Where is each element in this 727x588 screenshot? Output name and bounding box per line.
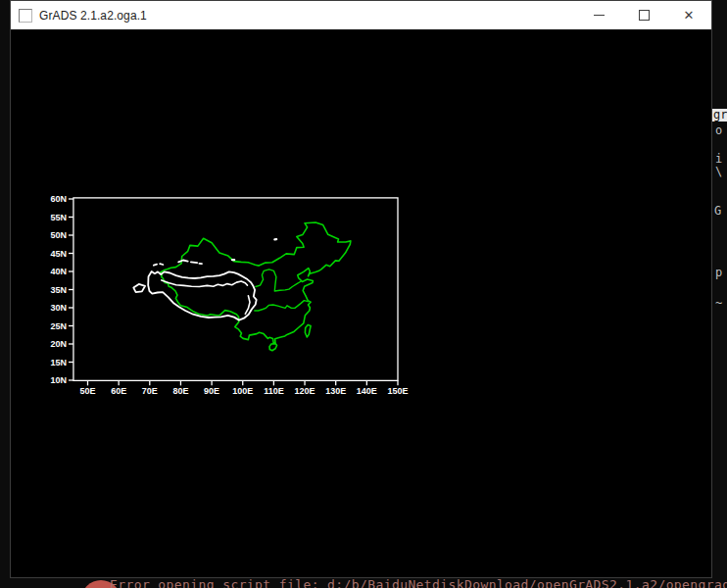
x-tick-label: 140E (357, 386, 377, 396)
y-tick-label: 60N (50, 194, 67, 204)
x-tick-label: 100E (232, 386, 253, 396)
y-tick-label: 30N (50, 303, 67, 313)
x-tick-label: 70E (142, 386, 158, 396)
maximize-button[interactable] (621, 1, 666, 29)
x-tick-label: 150E (387, 386, 408, 396)
x-tick-label: 80E (172, 386, 188, 396)
map-layer-china-boundary (161, 222, 351, 343)
y-tick-label: 45N (50, 249, 67, 259)
close-icon: ✕ (684, 9, 695, 22)
minimize-icon (594, 15, 605, 16)
plot-frame (73, 198, 398, 380)
map-layer-hainan (269, 344, 277, 351)
map-layer-yangtze-river (255, 301, 308, 311)
map-layer-plateau-contour (148, 271, 257, 320)
y-tick-label: 10N (50, 375, 67, 385)
map-layer-tianshan-dash-2 (160, 264, 163, 265)
map-plot: 50E60E70E80E90E100E110E120E130E140E150E1… (11, 29, 711, 577)
grads-canvas[interactable]: 50E60E70E80E90E100E110E120E130E140E150E1… (11, 29, 711, 577)
y-tick-label: 20N (50, 339, 67, 349)
console-fragment: p (715, 267, 722, 279)
map-layer-tianshan-dash-1 (154, 265, 157, 266)
console-fragment: ~ (715, 297, 722, 310)
console-fragment: G (714, 205, 721, 218)
app-icon (19, 9, 32, 23)
window-controls: ✕ (576, 1, 711, 29)
map-layer-taiwan (305, 324, 311, 337)
y-tick-label: 35N (50, 285, 67, 295)
map-layer-hindukush-contour (133, 284, 145, 292)
y-tick-label: 40N (50, 267, 67, 276)
map-layer-tianshan-dash-3 (178, 261, 188, 263)
map-layer-tianshan-dash-4 (191, 262, 197, 263)
close-button[interactable]: ✕ (666, 1, 711, 29)
x-tick-label: 90E (204, 386, 219, 396)
console-fragment: \ (715, 166, 722, 178)
x-tick-label: 50E (79, 386, 95, 396)
grads-window: GrADS 2.1.a2.oga.1 ✕ 50E60E70E80E90E100E… (10, 0, 712, 578)
console-fragment: gr (712, 109, 727, 122)
y-tick-label: 25N (50, 321, 67, 331)
map-layer-hengduan-inner-line (245, 296, 250, 315)
console-fragment: o (715, 124, 722, 137)
x-tick-label: 60E (111, 386, 126, 396)
y-tick-label: 55N (50, 213, 67, 222)
console-error-text: Error opening script file: d:/b/BaiduNet… (110, 577, 727, 588)
y-tick-label: 15N (50, 358, 67, 368)
x-tick-label: 130E (325, 386, 346, 396)
maximize-icon (639, 10, 650, 21)
x-tick-label: 110E (264, 386, 284, 396)
map-layer-plateau-inner-line (162, 280, 248, 287)
error-text-main: Error opening script file: d:/b/BaiduNet… (110, 577, 727, 588)
x-tick-label: 120E (295, 386, 315, 396)
y-tick-label: 50N (50, 230, 67, 240)
window-title: GrADS 2.1.a2.oga.1 (39, 9, 147, 23)
map-layer-yellow-river (256, 270, 301, 291)
title-bar[interactable]: GrADS 2.1.a2.oga.1 ✕ (11, 1, 711, 29)
minimize-button[interactable] (576, 1, 621, 29)
